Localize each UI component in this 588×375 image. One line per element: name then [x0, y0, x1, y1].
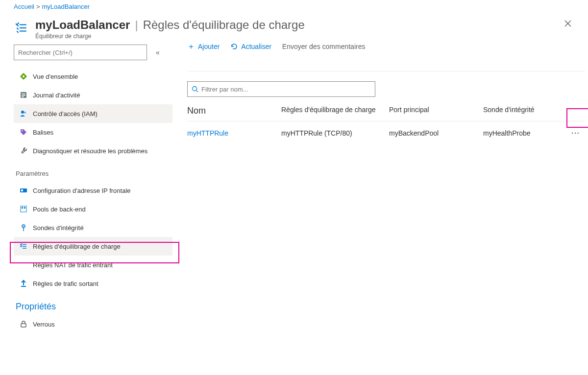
sidebar-item-frontend-ip[interactable]: Configuration d'adresse IP frontale: [14, 181, 172, 200]
svg-rect-9: [22, 95, 25, 96]
svg-rect-27: [21, 324, 26, 327]
table-header: Nom Règles d'équilibrage de charge Port …: [187, 106, 585, 121]
table-row: myHTTPRule myHTTPRule (TCP/80) myBackend…: [187, 121, 585, 145]
breadcrumb-home[interactable]: Accueil: [14, 3, 34, 10]
refresh-button[interactable]: Actualiser: [230, 43, 271, 50]
collapse-sidebar-button[interactable]: «: [156, 48, 160, 56]
refresh-label: Actualiser: [241, 43, 271, 50]
row-context-menu-button[interactable]: ···: [566, 126, 585, 140]
svg-point-11: [21, 111, 24, 114]
breadcrumb: Accueil>myLoadBalancer: [0, 0, 588, 12]
sidebar-item-locks[interactable]: Verrous: [14, 315, 172, 333]
svg-point-12: [24, 112, 26, 114]
sidebar-item-label: Règles de trafic sortant: [33, 280, 98, 287]
sidebar-item-label: Règles d'équilibrage de charge: [33, 243, 121, 250]
svg-rect-15: [21, 189, 23, 191]
svg-rect-18: [24, 207, 25, 209]
sidebar-item-diagnose[interactable]: Diagnostiquer et résoudre les problèmes: [14, 141, 172, 160]
close-button[interactable]: [564, 20, 571, 27]
outbound-rules-icon: [17, 280, 30, 287]
page-title: myLoadBalancer|Règles d'équilibrage de c…: [35, 18, 305, 32]
cell-health: myHealthProbe: [483, 129, 566, 137]
tag-icon: [17, 128, 30, 136]
sidebar-item-activity-log[interactable]: Journal d'activité: [14, 86, 172, 104]
refresh-icon: [230, 43, 238, 50]
cell-rule: myHTTPRule (TCP/80): [281, 129, 389, 137]
col-port[interactable]: Port principal: [389, 106, 483, 116]
sidebar-item-label: Sondes d'intégrité: [33, 224, 84, 232]
feedback-label: Envoyer des commentaires: [282, 43, 366, 50]
sidebar-item-label: Journal d'activité: [33, 92, 80, 99]
sidebar-item-nat-rules[interactable]: Règles NAT de trafic entrant: [14, 256, 172, 274]
sidebar-item-label: Configuration d'adresse IP frontale: [33, 187, 131, 194]
lock-icon: [17, 320, 30, 328]
sidebar-item-outbound-rules[interactable]: Règles de trafic sortant: [14, 274, 172, 293]
sidebar-item-label: Balises: [33, 129, 53, 136]
svg-point-28: [193, 87, 197, 91]
main-content: ＋ Ajouter Actualiser Envoyer des comment…: [172, 45, 588, 333]
page-header: myLoadBalancer|Règles d'équilibrage de c…: [0, 12, 588, 45]
backend-pools-icon: [17, 205, 30, 213]
feedback-button[interactable]: Envoyer des commentaires: [282, 43, 366, 50]
add-button[interactable]: ＋ Ajouter: [187, 42, 220, 52]
svg-rect-8: [22, 94, 25, 94]
sidebar-item-backend-pools[interactable]: Pools de back-end: [14, 200, 172, 218]
breadcrumb-current[interactable]: myLoadBalancer: [42, 3, 90, 10]
health-probe-icon: [17, 224, 30, 232]
sidebar-item-label: Contrôle d'accès (IAM): [33, 110, 98, 117]
search-icon: [192, 86, 198, 93]
overview-icon: [17, 72, 30, 80]
svg-point-21: [23, 226, 24, 227]
plus-icon: ＋: [187, 42, 195, 52]
svg-point-6: [23, 75, 24, 77]
svg-rect-16: [21, 206, 26, 212]
sidebar-item-label: Pools de back-end: [33, 206, 86, 213]
svg-rect-17: [22, 207, 23, 209]
col-rule[interactable]: Règles d'équilibrage de charge: [281, 106, 389, 116]
load-balancer-rules-icon: [14, 18, 28, 38]
sidebar-group-properties[interactable]: Propriétés: [14, 293, 172, 315]
resource-type-label: Équilibreur de charge: [35, 33, 574, 40]
people-icon: [17, 110, 30, 117]
filter-box[interactable]: [187, 81, 375, 97]
sidebar-item-overview[interactable]: Vue d'ensemble: [14, 67, 172, 86]
sidebar-item-label: Verrous: [33, 321, 55, 328]
col-name[interactable]: Nom: [187, 106, 281, 116]
section-name: Règles d'équilibrage de charge: [143, 18, 305, 31]
svg-line-29: [196, 91, 198, 93]
sidebar: « Vue d'ensemble Journal d'activité Cont…: [14, 45, 172, 333]
toolbar: ＋ Ajouter Actualiser Envoyer des comment…: [187, 45, 585, 71]
filter-input[interactable]: [201, 86, 371, 93]
resource-name: myLoadBalancer: [35, 18, 130, 31]
cell-name[interactable]: myHTTPRule: [187, 129, 281, 137]
rules-table: Nom Règles d'équilibrage de charge Port …: [187, 106, 585, 145]
sidebar-item-tags[interactable]: Balises: [14, 123, 172, 141]
sidebar-search-input[interactable]: [14, 45, 147, 60]
lb-rules-icon: [17, 242, 30, 250]
frontend-ip-icon: [17, 187, 30, 194]
sidebar-item-access-control[interactable]: Contrôle d'accès (IAM): [14, 104, 172, 123]
breadcrumb-separator: >: [36, 3, 40, 10]
add-label: Ajouter: [198, 43, 220, 50]
col-health[interactable]: Sonde d'intégrité: [483, 106, 566, 116]
wrench-icon: [17, 147, 30, 155]
svg-rect-10: [22, 96, 24, 97]
cell-port: myBackendPool: [389, 129, 483, 137]
sidebar-item-label: Règles NAT de trafic entrant: [33, 261, 113, 269]
sidebar-item-label: Diagnostiquer et résoudre les problèmes: [33, 147, 147, 155]
sidebar-item-health-probes[interactable]: Sondes d'intégrité: [14, 218, 172, 237]
activity-log-icon: [17, 91, 30, 99]
sidebar-item-lb-rules[interactable]: Règles d'équilibrage de charge: [14, 237, 172, 256]
sidebar-item-label: Vue d'ensemble: [33, 73, 78, 80]
svg-point-13: [22, 130, 23, 131]
sidebar-group-settings: Paramètres: [14, 160, 172, 181]
